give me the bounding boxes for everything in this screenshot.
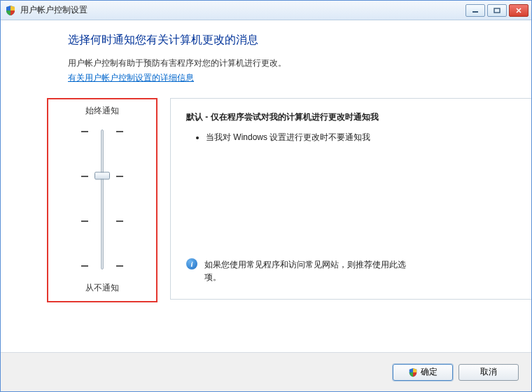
- minimize-button[interactable]: [465, 4, 485, 17]
- cancel-button-label: 取消: [480, 366, 497, 378]
- shield-icon: [5, 5, 16, 16]
- recommendation: i 如果您使用常见程序和访问常见网站，则推荐使用此选项。: [186, 258, 519, 289]
- close-button[interactable]: [509, 4, 528, 17]
- titlebar: 用户帐户控制设置: [1, 1, 531, 20]
- slider-track: [101, 130, 104, 270]
- footer: 确定 取消: [1, 352, 531, 391]
- window-title: 用户帐户控制设置: [20, 4, 461, 16]
- slider-panel: 始终通知 从不通知: [47, 98, 158, 302]
- info-icon: i: [186, 258, 197, 270]
- slider-tick: [81, 220, 123, 222]
- slider-thumb[interactable]: [94, 172, 110, 180]
- main-area: 始终通知 从不通知 默认 - 仅在程序尝试对我的计算机进行更改时通知我 当我对 …: [47, 98, 512, 302]
- cancel-button[interactable]: 取消: [458, 364, 519, 381]
- slider-bottom-label: 从不通知: [48, 282, 156, 294]
- level-description-panel: 默认 - 仅在程序尝试对我的计算机进行更改时通知我 当我对 Windows 设置…: [170, 98, 531, 300]
- content-area: 选择何时通知您有关计算机更改的消息 用户帐户控制有助于预防有害程序对您的计算机进…: [1, 20, 531, 352]
- uac-settings-window: 用户帐户控制设置 选择何时通知您有关计算机更改的消息 用户帐户控制有助于预防有害…: [0, 0, 532, 392]
- slider-tick: [81, 131, 123, 132]
- slider-tick: [81, 265, 123, 267]
- level-title: 默认 - 仅在程序尝试对我的计算机进行更改时通知我: [186, 111, 519, 123]
- more-info-link[interactable]: 有关用户帐户控制设置的详细信息: [68, 72, 194, 84]
- level-bullets: 当我对 Windows 设置进行更改时不要通知我: [186, 132, 519, 148]
- page-description: 用户帐户控制有助于预防有害程序对您的计算机进行更改。: [68, 57, 512, 69]
- level-bullet-item: 当我对 Windows 设置进行更改时不要通知我: [206, 132, 519, 144]
- notification-slider[interactable]: [48, 121, 156, 278]
- window-buttons: [465, 4, 528, 17]
- recommendation-text: 如果您使用常见程序和访问常见网站，则推荐使用此选项。: [204, 258, 414, 284]
- svg-rect-0: [472, 11, 478, 13]
- slider-top-label: 始终通知: [48, 105, 156, 117]
- ok-button-label: 确定: [421, 366, 438, 378]
- ok-button[interactable]: 确定: [393, 364, 453, 381]
- svg-rect-1: [494, 8, 500, 13]
- shield-icon: [408, 368, 418, 377]
- maximize-button[interactable]: [487, 4, 507, 17]
- page-title: 选择何时通知您有关计算机更改的消息: [68, 33, 512, 48]
